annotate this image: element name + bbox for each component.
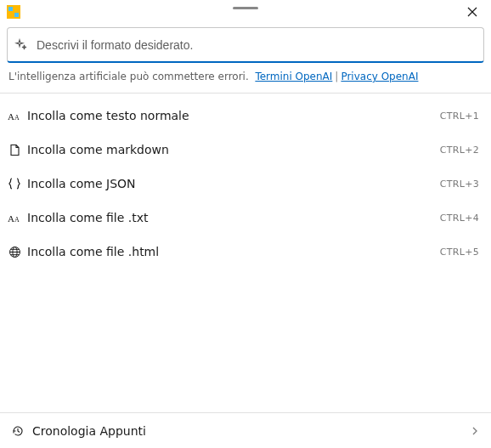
svg-text:A: A xyxy=(14,114,20,122)
paste-options-list: AAIncolla come testo normaleCTRL+1Incoll… xyxy=(0,94,491,412)
chevron-right-icon xyxy=(471,424,479,438)
text-size-icon: AA xyxy=(7,109,22,123)
paste-option-shortcut: CTRL+1 xyxy=(440,111,479,122)
paste-option-label: Incolla come testo normale xyxy=(27,109,440,122)
paste-option-label: Incolla come file .html xyxy=(27,245,440,258)
file-icon xyxy=(7,144,22,156)
paste-option-label: Incolla come JSON xyxy=(27,177,440,190)
text-size-icon: AA xyxy=(7,211,22,225)
titlebar xyxy=(0,0,491,24)
paste-option-label: Incolla come file .txt xyxy=(27,211,440,224)
svg-text:A: A xyxy=(14,216,20,224)
svg-text:A: A xyxy=(8,213,14,224)
clipboard-history-button[interactable]: Cronologia Appunti xyxy=(0,412,491,448)
prompt-box[interactable] xyxy=(7,27,484,63)
app-icon xyxy=(7,5,20,19)
terms-link[interactable]: Termini OpenAI xyxy=(255,71,332,82)
braces-icon xyxy=(7,177,22,190)
globe-icon xyxy=(7,246,22,258)
clipboard-history-label: Cronologia Appunti xyxy=(32,424,471,438)
svg-text:A: A xyxy=(8,111,14,122)
privacy-link[interactable]: Privacy OpenAI xyxy=(341,71,418,82)
paste-option-shortcut: CTRL+2 xyxy=(440,145,479,156)
paste-option[interactable]: Incolla come file .htmlCTRL+5 xyxy=(0,235,491,269)
close-button[interactable] xyxy=(459,0,486,24)
paste-option-shortcut: CTRL+5 xyxy=(440,247,479,258)
paste-option-shortcut: CTRL+4 xyxy=(440,213,479,224)
paste-option-shortcut: CTRL+3 xyxy=(440,179,479,190)
paste-option-label: Incolla come markdown xyxy=(27,143,440,156)
svg-rect-2 xyxy=(14,13,19,17)
disclaimer-text: L'intelligenza artificiale può commetter… xyxy=(8,71,249,82)
paste-option[interactable]: Incolla come JSONCTRL+3 xyxy=(0,167,491,201)
paste-option[interactable]: Incolla come markdownCTRL+2 xyxy=(0,133,491,167)
svg-rect-1 xyxy=(8,7,13,11)
disclaimer: L'intelligenza artificiale può commetter… xyxy=(0,65,491,93)
drag-handle-icon xyxy=(233,7,258,9)
history-icon xyxy=(10,424,25,438)
paste-option[interactable]: AAIncolla come file .txtCTRL+4 xyxy=(0,201,491,235)
sparkle-icon xyxy=(14,38,28,52)
prompt-input[interactable] xyxy=(35,37,477,53)
close-icon xyxy=(467,7,477,17)
paste-option[interactable]: AAIncolla come testo normaleCTRL+1 xyxy=(0,99,491,133)
